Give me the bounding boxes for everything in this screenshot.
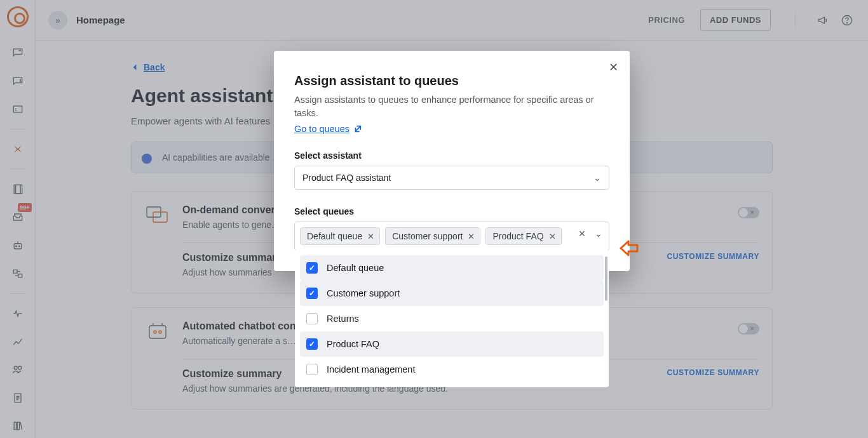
assistant-value: Product FAQ assistant [302,173,391,183]
assign-modal: ✕ Assign assistant to queues Assign assi… [274,51,630,271]
clear-all-icon[interactable]: ✕ [578,229,586,239]
option-label: Default queue [327,263,384,273]
go-to-queues-link[interactable]: Go to queues [294,124,362,134]
assistant-select[interactable]: Product FAQ assistant ⌄ [294,166,609,190]
checkbox-icon [306,313,318,324]
queues-multiselect[interactable]: Default queue ✕ Customer support ✕ Produ… [294,222,609,251]
chevron-down-icon[interactable]: ⌄ [595,229,602,239]
checkbox-icon [306,262,318,274]
select-assistant-label: Select assistant [294,150,609,161]
option-label: Customer support [327,288,400,298]
checkbox-icon [306,338,318,350]
go-to-queues-label: Go to queues [294,124,349,134]
dropdown-scrollbar[interactable] [605,256,607,301]
chip-product-faq[interactable]: Product FAQ ✕ [485,227,561,245]
modal-description: Assign assistants to queues to enhance p… [294,93,609,120]
option-label: Incident management [327,364,415,375]
option-default-queue[interactable]: Default queue [300,255,604,281]
chip-remove-icon[interactable]: ✕ [367,232,374,241]
chevron-down-icon: ⌄ [593,173,601,183]
option-incident-management[interactable]: Incident management [300,357,604,382]
queues-dropdown: Default queue Customer support Returns P… [295,250,609,387]
chip-remove-icon[interactable]: ✕ [549,232,556,241]
checkbox-icon [306,288,318,299]
chip-default-queue[interactable]: Default queue ✕ [300,227,380,245]
external-link-icon [353,124,362,133]
select-queues-label: Select queues [294,206,609,216]
chip-remove-icon[interactable]: ✕ [468,232,475,241]
checkbox-icon [306,364,318,375]
option-product-faq[interactable]: Product FAQ [300,331,604,357]
option-label: Product FAQ [327,339,379,349]
option-label: Returns [327,314,359,324]
chip-label: Default queue [307,231,362,241]
close-icon[interactable]: ✕ [606,60,621,75]
option-customer-support[interactable]: Customer support [300,281,604,306]
chip-label: Customer support [392,231,463,241]
modal-title: Assign assistant to queues [294,74,609,88]
option-returns[interactable]: Returns [300,306,604,331]
chip-label: Product FAQ [492,231,543,241]
callout-arrow-icon [620,240,639,258]
chip-customer-support[interactable]: Customer support ✕ [385,227,480,245]
